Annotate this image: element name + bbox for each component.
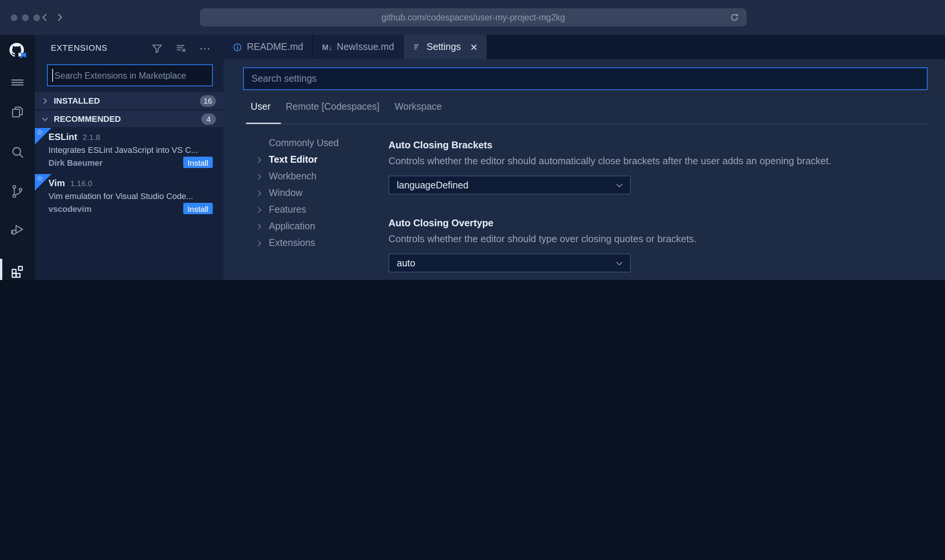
settings-toc: Commonly Used Text Editor Workbench Wind… (223, 135, 388, 251)
run-debug-icon[interactable] (9, 221, 26, 238)
active-scope-underline (246, 123, 281, 124)
settings-editor: User Remote [Codespaces] Workspace Commo… (223, 59, 945, 280)
toc-commonly-used[interactable]: Commonly Used (223, 135, 388, 151)
extension-name: ESLint2.1.8 (48, 132, 100, 142)
star-icon: ☆ (36, 128, 43, 136)
tab-strip: README.md M↓ NewIssue.md Settings ✕ (223, 35, 945, 59)
setting-description: Controls whether the editor should autom… (388, 154, 928, 168)
scope-divider (243, 123, 928, 124)
setting-auto-closing-overtype: Auto Closing Overtype Controls whether t… (388, 216, 928, 272)
chevron-right-icon (41, 96, 49, 105)
section-label: RECOMMENDED (54, 114, 201, 123)
browser-back-icon[interactable] (39, 12, 50, 23)
tab-settings[interactable]: Settings ✕ (404, 35, 488, 59)
settings-search-input[interactable] (243, 67, 928, 90)
more-actions-icon[interactable] (198, 42, 211, 55)
dropdown-value: languageDefined (397, 180, 615, 190)
setting-dropdown[interactable]: auto (388, 254, 631, 272)
search-icon[interactable] (9, 144, 26, 160)
section-count-badge: 4 (201, 113, 216, 124)
github-codespaces-logo-icon (8, 41, 27, 61)
toc-extensions[interactable]: Extensions (223, 235, 388, 251)
toc-window[interactable]: Window (223, 185, 388, 201)
tab-label: Settings (427, 42, 461, 52)
section-label: INSTALLED (54, 96, 200, 105)
activity-bar (0, 35, 35, 280)
extension-publisher: vscodevim (48, 204, 92, 213)
setting-auto-closing-brackets: Auto Closing Brackets Controls whether t… (388, 138, 928, 194)
extension-version: 1.16.0 (70, 179, 92, 188)
source-control-icon[interactable] (9, 183, 26, 200)
dropdown-value: auto (397, 258, 615, 268)
tab-label: README.md (247, 42, 303, 52)
extensions-search-input[interactable] (47, 64, 213, 86)
star-icon: ☆ (36, 174, 43, 182)
setting-description: Controls whether the editor should type … (388, 232, 928, 246)
chevron-down-icon (41, 115, 49, 123)
menu-icon[interactable] (9, 74, 26, 91)
browser-forward-icon[interactable] (55, 12, 65, 23)
window-close-dot[interactable] (11, 14, 17, 21)
extension-publisher: Dirk Baeumer (48, 158, 103, 167)
chevron-down-icon (615, 180, 624, 190)
scope-tab-user[interactable]: User (251, 101, 271, 112)
extension-version: 2.1.8 (83, 132, 100, 142)
setting-dropdown[interactable]: languageDefined (388, 176, 631, 194)
extension-description: Vim emulation for Visual Studio Code... (48, 191, 217, 201)
scope-tab-remote[interactable]: Remote [Codespaces] (286, 101, 379, 112)
window-minimize-dot[interactable] (22, 14, 29, 21)
tab-label: NewIssue.md (337, 42, 394, 52)
section-installed[interactable]: INSTALLED 16 (35, 92, 223, 109)
address-bar[interactable]: github.com/codespaces/user-my-project-mg… (200, 8, 747, 26)
chevron-down-icon (615, 258, 624, 268)
info-icon (232, 42, 242, 52)
tab-readme[interactable]: README.md (223, 35, 313, 59)
extension-item-eslint[interactable]: ☆ ESLint2.1.8 Integrates ESLint JavaScri… (35, 128, 223, 174)
install-button[interactable]: Install (183, 203, 213, 214)
explorer-icon[interactable] (9, 104, 26, 120)
active-view-indicator (0, 259, 2, 280)
sidebar-title: EXTENSIONS (51, 43, 108, 52)
text-cursor (52, 69, 53, 82)
toc-features[interactable]: Features (223, 201, 388, 218)
setting-title: Auto Closing Overtype (388, 216, 928, 230)
url-text: github.com/codespaces/user-my-project-mg… (382, 13, 565, 22)
section-recommended[interactable]: RECOMMENDED 4 (35, 110, 223, 127)
filter-icon[interactable] (151, 42, 164, 55)
sidebar-header: EXTENSIONS (35, 35, 223, 64)
tab-newissue[interactable]: M↓ NewIssue.md (313, 35, 404, 59)
settings-list-icon (413, 42, 422, 51)
extension-description: Integrates ESLint JavaScript into VS C..… (48, 145, 217, 154)
clear-extensions-icon[interactable] (175, 42, 188, 55)
setting-title: Auto Closing Brackets (388, 138, 928, 152)
extensions-icon[interactable] (9, 263, 26, 279)
close-icon[interactable]: ✕ (470, 41, 478, 53)
toc-workbench[interactable]: Workbench (223, 168, 388, 185)
extension-item-vim[interactable]: ☆ Vim1.16.0 Vim emulation for Visual Stu… (35, 174, 223, 220)
section-count-badge: 16 (200, 95, 216, 106)
extensions-sidebar: EXTENSIONS INSTALLED 16 (35, 35, 223, 280)
scope-tab-workspace[interactable]: Workspace (395, 101, 442, 112)
extension-name: Vim1.16.0 (48, 178, 92, 188)
install-button[interactable]: Install (183, 157, 213, 168)
markdown-icon: M↓ (322, 43, 332, 51)
toc-text-editor[interactable]: Text Editor (223, 151, 388, 168)
editor-area: README.md M↓ NewIssue.md Settings ✕ U (223, 35, 945, 280)
reload-icon[interactable] (729, 12, 740, 23)
toc-application[interactable]: Application (223, 218, 388, 235)
settings-scope-tabs: User Remote [Codespaces] Workspace (251, 101, 442, 112)
browser-chrome: github.com/codespaces/user-my-project-mg… (0, 0, 945, 35)
settings-list: Auto Closing Brackets Controls whether t… (388, 138, 928, 280)
app-window: github.com/codespaces/user-my-project-mg… (0, 0, 945, 280)
